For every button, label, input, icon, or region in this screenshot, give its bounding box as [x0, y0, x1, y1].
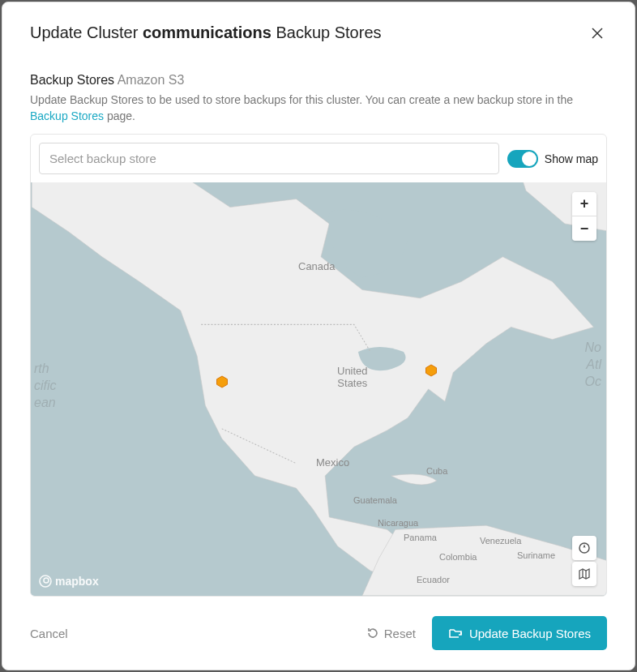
section-description: Update Backup Stores to be used to store… — [30, 92, 607, 124]
mapbox-attribution: mapbox — [39, 575, 99, 588]
reset-button[interactable]: Reset — [366, 627, 416, 640]
panel-controls: Show map — [31, 135, 606, 182]
backup-store-panel: Show map — [30, 134, 607, 597]
modal-title: Update Cluster communications Backup Sto… — [30, 24, 382, 42]
map-bottom-controls — [572, 536, 596, 586]
reset-icon — [366, 627, 379, 640]
description-before: Update Backup Stores to be used to store… — [30, 93, 573, 106]
zoom-out-button[interactable]: − — [572, 216, 596, 241]
map-land — [31, 182, 606, 596]
compass-button[interactable] — [572, 536, 596, 560]
title-prefix: Update Cluster — [30, 24, 143, 41]
update-backup-stores-modal: Update Cluster communications Backup Sto… — [2, 2, 635, 670]
footer-right: Reset Update Backup Stores — [366, 616, 607, 650]
modal-footer: Cancel Reset Update Backup Stores — [2, 597, 635, 670]
map-style-button[interactable] — [572, 562, 596, 586]
submit-label: Update Backup Stores — [469, 627, 591, 640]
title-suffix: Backup Stores — [271, 24, 382, 41]
cluster-name: communications — [143, 24, 271, 41]
map-icon — [578, 567, 591, 580]
modal-header: Update Cluster communications Backup Sto… — [2, 2, 635, 57]
compass-icon — [578, 541, 591, 554]
map-marker-us-east[interactable] — [425, 364, 438, 377]
map-marker-us-west[interactable] — [216, 375, 229, 388]
svg-point-9 — [44, 578, 49, 583]
reset-label: Reset — [384, 627, 416, 640]
modal-content: Backup Stores Amazon S3 Update Backup St… — [2, 57, 635, 597]
toggle-knob — [522, 152, 537, 166]
backup-stores-link[interactable]: Backup Stores — [30, 109, 104, 122]
cancel-button[interactable]: Cancel — [30, 627, 68, 640]
section-label: Backup Stores — [30, 73, 114, 87]
svg-marker-4 — [426, 365, 437, 376]
map-zoom-controls: + − — [572, 192, 596, 241]
backup-store-select[interactable] — [39, 143, 499, 174]
mapbox-text: mapbox — [55, 575, 99, 588]
folder-update-icon — [448, 626, 463, 640]
show-map-label: Show map — [545, 152, 598, 165]
show-map-toggle[interactable] — [507, 150, 538, 168]
svg-marker-3 — [217, 376, 228, 387]
zoom-in-button[interactable]: + — [572, 192, 596, 216]
map[interactable]: Canada United States Mexico Cuba Guatema… — [31, 182, 606, 596]
section-provider: Amazon S3 — [118, 73, 185, 87]
description-after: page. — [104, 109, 135, 122]
show-map-toggle-wrap: Show map — [507, 150, 598, 168]
close-button[interactable] — [588, 24, 607, 45]
mapbox-logo-icon — [39, 575, 52, 588]
close-icon — [591, 27, 604, 40]
update-backup-stores-button[interactable]: Update Backup Stores — [432, 616, 607, 650]
svg-point-8 — [40, 576, 51, 587]
section-title: Backup Stores Amazon S3 — [30, 73, 607, 88]
